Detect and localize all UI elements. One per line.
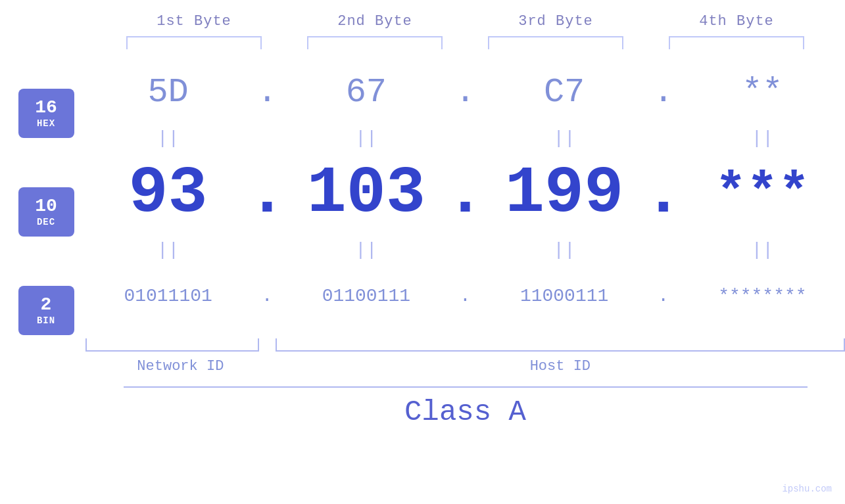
dec-number: 10 [35,196,57,217]
dec-label: DEC [37,217,55,227]
equals-1-b2: || [283,128,448,149]
byte-header-1: 1st Byte [104,13,285,30]
hex-byte-1: 5D [85,73,251,112]
top-bracket-4 [646,36,827,53]
byte-header-4: 4th Byte [646,13,827,30]
dec-row: 93 . 103 . 199 . *** [85,154,845,233]
equals-1-b1: || [85,128,251,149]
dec-byte-4: *** [680,168,845,220]
bin-byte-4: ******** [680,286,845,306]
hex-dot-3: . [647,73,680,112]
network-bracket [85,338,259,352]
equals-1-b3: || [482,128,647,149]
bin-byte-2: 01100111 [283,286,448,306]
equals-2-b4: || [680,240,845,260]
hex-byte-3: C7 [482,73,647,112]
top-brackets [104,36,827,53]
class-label: Class A [124,396,808,428]
labels-column: 16 HEX 10 DEC 2 BIN [0,62,85,335]
top-bracket-2 [285,36,466,53]
hex-dot-2: . [449,73,482,112]
top-bracket-1 [104,36,285,53]
bin-dot-2: . [449,286,482,306]
dec-byte-3: 199 [482,161,647,227]
bottom-divider [124,386,808,388]
hex-byte-2: 67 [283,73,448,112]
byte-header-2: 2nd Byte [285,13,466,30]
hex-badge: 16 HEX [18,89,74,138]
bin-badge: 2 BIN [18,286,74,335]
equals-2-b2: || [283,240,448,260]
hex-row: 5D . 67 . C7 . ** [85,62,845,122]
equals-1-b4: || [680,128,845,149]
host-bracket [276,338,845,352]
equals-2-b3: || [482,240,647,260]
byte-header-3: 3rd Byte [466,13,646,30]
bin-dot-3: . [647,286,680,306]
top-bracket-3 [466,36,646,53]
equals-row-2: || || || || [85,233,845,266]
bin-label: BIN [37,315,55,326]
hex-label: HEX [37,118,55,129]
dec-byte-1: 93 [85,161,251,227]
id-labels: Network ID Host ID [85,358,845,375]
dec-dot-2: . [449,157,482,231]
byte-headers: 1st Byte 2nd Byte 3rd Byte 4th Byte [104,13,827,30]
equals-2-b1: || [85,240,251,260]
bin-row: 01011101 . 01100111 . 11000111 . [85,266,845,325]
network-id-label: Network ID [85,358,276,375]
hex-byte-4: ** [680,73,845,112]
watermark: ipshu.com [782,484,832,494]
content-area: 16 HEX 10 DEC 2 BIN 5D [0,62,845,335]
equals-row-1: || || || || [85,122,845,154]
dec-dot-1: . [251,157,283,231]
hex-number: 16 [35,98,57,118]
bin-dot-1: . [251,286,283,306]
data-area: 5D . 67 . C7 . ** [85,62,845,325]
host-id-label: Host ID [276,358,845,375]
bin-byte-3: 11000111 [482,286,647,306]
hex-dot-1: . [251,73,283,112]
bin-number: 2 [41,295,52,315]
main-container: 1st Byte 2nd Byte 3rd Byte 4th Byte 16 H… [0,0,845,504]
bin-byte-1: 01011101 [85,286,251,306]
dec-byte-2: 103 [283,161,448,227]
dec-badge: 10 DEC [18,187,74,237]
dec-dot-3: . [647,157,680,231]
